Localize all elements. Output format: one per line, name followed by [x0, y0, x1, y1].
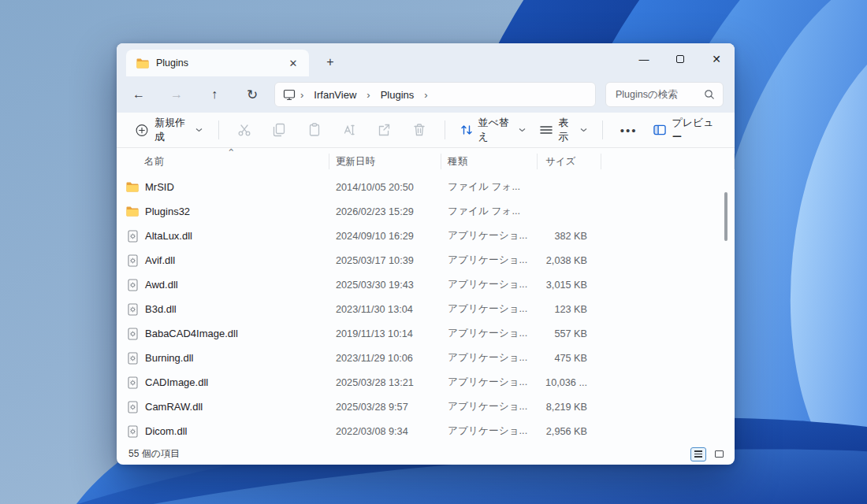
- file-size: 3,015 KB: [538, 280, 601, 291]
- file-date-modified: 2014/10/05 20:50: [329, 182, 441, 193]
- file-type: ファイル フォ...: [441, 180, 538, 194]
- dll-file-icon: [126, 328, 139, 340]
- file-name: Awd.dll: [145, 279, 178, 291]
- sort-icon: [460, 124, 473, 136]
- new-tab-button[interactable]: +: [320, 52, 340, 72]
- file-date-modified: 2025/03/17 10:39: [329, 255, 441, 266]
- dll-file-icon: [126, 425, 139, 438]
- file-name: AltaLux.dll: [145, 230, 192, 242]
- file-size: 382 KB: [538, 231, 601, 242]
- file-type: アプリケーショ...: [441, 302, 538, 316]
- table-row[interactable]: Plugins32 2026/02/23 15:29 ファイル フォ...: [117, 199, 735, 224]
- chevron-down-icon: [519, 128, 526, 132]
- file-date-modified: 2024/09/10 16:29: [329, 231, 441, 242]
- file-type: アプリケーショ...: [441, 351, 538, 365]
- table-row[interactable]: Avif.dll 2025/03/17 10:39 アプリケーショ... 2,0…: [117, 248, 735, 272]
- file-date-modified: 2025/03/28 13:21: [329, 377, 441, 388]
- preview-label: プレビュー: [672, 116, 718, 144]
- view-label: 表示: [558, 116, 574, 144]
- new-item-label: 新規作成: [154, 116, 189, 144]
- new-item-icon: [136, 124, 148, 136]
- file-name: BabaCAD4Image.dll: [145, 328, 238, 339]
- table-row[interactable]: CamRAW.dll 2025/03/28 9:57 アプリケーショ... 8,…: [117, 395, 735, 419]
- list-header: ⌃ 名前 更新日時 種類 サイズ: [117, 148, 735, 175]
- dll-file-icon: [126, 230, 139, 243]
- view-toggle-group: [690, 447, 727, 461]
- minimize-button[interactable]: —: [626, 43, 662, 75]
- sort-label: 並べ替え: [478, 116, 514, 144]
- dll-file-icon: [126, 254, 139, 267]
- breadcrumb-item-plugins[interactable]: Plugins: [375, 87, 420, 103]
- file-type: アプリケーショ...: [441, 376, 538, 389]
- back-icon[interactable]: ←: [129, 85, 148, 104]
- search-icon: [703, 88, 716, 101]
- details-view-button[interactable]: [690, 447, 706, 461]
- toolbar-divider: [602, 120, 603, 139]
- dll-file-icon: [126, 401, 139, 413]
- file-list: MrSID 2014/10/05 20:50 ファイル フォ... Plugin…: [117, 175, 735, 443]
- view-icon: [540, 124, 553, 136]
- table-row[interactable]: Awd.dll 2025/03/30 19:43 アプリケーショ... 3,01…: [117, 272, 735, 297]
- status-bar: 55 個の項目: [117, 443, 735, 465]
- file-size: 10,036 ...: [538, 377, 601, 388]
- file-name: Burning.dll: [145, 352, 193, 364]
- tab-close-icon[interactable]: ✕: [285, 55, 301, 71]
- chevron-down-icon: [195, 128, 203, 132]
- large-icons-view-icon: [715, 450, 724, 458]
- dll-file-icon: [126, 303, 139, 316]
- file-type: アプリケーショ...: [441, 254, 538, 267]
- command-toolbar: 新規作成 並べ替え: [117, 113, 735, 148]
- share-icon: [377, 122, 391, 138]
- search-input[interactable]: Pluginsの検索: [605, 82, 724, 107]
- this-pc-icon: [283, 88, 296, 101]
- toolbar-divider: [218, 120, 219, 139]
- tab-title: Plugins: [156, 57, 278, 69]
- table-row[interactable]: AltaLux.dll 2024/09/10 16:29 アプリケーショ... …: [117, 224, 735, 248]
- table-row[interactable]: CADImage.dll 2025/03/28 13:21 アプリケーショ...…: [117, 370, 735, 395]
- tab-plugins[interactable]: Plugins ✕: [126, 50, 309, 76]
- file-type: アプリケーショ...: [441, 229, 538, 243]
- file-name: Dicom.dll: [145, 425, 187, 437]
- file-date-modified: 2026/02/23 15:29: [329, 206, 441, 217]
- new-item-button[interactable]: 新規作成: [128, 111, 210, 149]
- sort-button[interactable]: 並べ替え: [453, 111, 534, 149]
- paste-icon: [307, 122, 322, 138]
- column-header-type[interactable]: 種類: [441, 154, 538, 169]
- toolbar-divider: [445, 120, 445, 139]
- view-button[interactable]: 表示: [533, 111, 594, 149]
- chevron-right-icon: ›: [422, 89, 429, 101]
- search-placeholder: Pluginsの検索: [616, 88, 703, 102]
- table-row[interactable]: B3d.dll 2023/11/30 13:04 アプリケーショ... 123 …: [117, 297, 735, 321]
- vertical-scrollbar[interactable]: [724, 192, 727, 241]
- breadcrumb[interactable]: › IrfanView › Plugins ›: [274, 82, 596, 107]
- table-row[interactable]: BabaCAD4Image.dll 2019/11/13 10:14 アプリケー…: [117, 321, 735, 346]
- large-icons-view-button[interactable]: [711, 447, 727, 461]
- maximize-button[interactable]: [662, 43, 698, 75]
- details-view-icon: [694, 450, 702, 457]
- explorer-window: Plugins ✕ + — ✕ ← → ↑ ↻ › IrfanView › Pl…: [117, 43, 735, 465]
- preview-icon: [653, 124, 666, 136]
- up-icon[interactable]: ↑: [205, 85, 224, 104]
- table-row[interactable]: Burning.dll 2023/11/29 10:06 アプリケーショ... …: [117, 346, 735, 370]
- folder-icon: [136, 57, 149, 69]
- table-row[interactable]: Dicom.dll 2022/03/08 9:34 アプリケーショ... 2,9…: [117, 419, 735, 443]
- file-size: 475 KB: [538, 353, 601, 364]
- table-row[interactable]: MrSID 2014/10/05 20:50 ファイル フォ...: [117, 175, 735, 199]
- more-options-icon[interactable]: •••: [620, 124, 638, 137]
- file-date-modified: 2025/03/28 9:57: [329, 402, 441, 413]
- file-size: 557 KB: [538, 328, 601, 339]
- column-header-date[interactable]: 更新日時: [329, 154, 441, 169]
- item-count-label: 55 個の項目: [128, 447, 180, 461]
- file-date-modified: 2019/11/13 10:14: [329, 328, 441, 339]
- file-type: アプリケーショ...: [441, 278, 538, 291]
- refresh-icon[interactable]: ↻: [243, 85, 262, 104]
- file-size: 8,219 KB: [538, 402, 601, 413]
- column-header-size[interactable]: サイズ: [538, 154, 601, 169]
- rename-icon: [342, 122, 356, 138]
- file-date-modified: 2023/11/30 13:04: [329, 304, 441, 315]
- preview-button[interactable]: プレビュー: [646, 111, 725, 149]
- window-controls: — ✕: [626, 43, 735, 75]
- breadcrumb-item-irfanview[interactable]: IrfanView: [308, 87, 362, 103]
- file-type: ファイル フォ...: [441, 205, 538, 218]
- close-button[interactable]: ✕: [698, 43, 735, 75]
